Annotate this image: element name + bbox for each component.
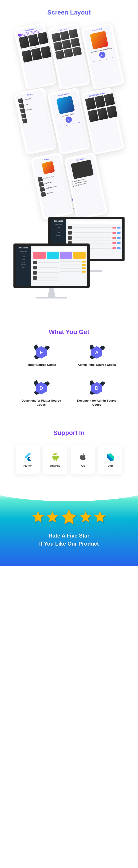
support-section: Support In Flutter Android iOS Dart xyxy=(0,421,138,488)
support-android: Android xyxy=(43,445,67,474)
support-dart: Dart xyxy=(98,445,122,474)
rate-section: Rate A Five Star If You Like Our Product xyxy=(0,488,138,566)
rating-stars xyxy=(4,510,134,525)
rate-text-1: Rate A Five Star xyxy=(4,532,134,540)
wyg-card-admin: A Admin Panel Source Codes xyxy=(71,340,122,371)
screen-layout-section: Screen Layout Box Music All Latest Popul… xyxy=(0,0,138,186)
support-heading: Support In xyxy=(7,429,131,436)
support-ios: iOS xyxy=(71,445,95,474)
star-icon xyxy=(60,508,78,525)
apple-icon xyxy=(78,453,88,462)
dart-icon xyxy=(106,453,115,462)
support-flutter: Flutter xyxy=(16,445,40,474)
what-you-get-section: What You Get F Flutter Source Codes A Ad… xyxy=(0,319,138,421)
phone-mockups: Box Music All Latest Popular Album Rush … xyxy=(7,21,131,177)
star-icon xyxy=(93,510,106,523)
wyg-heading: What You Get xyxy=(7,329,131,336)
wyg-card-doc-admin: D Document for Admin Source Codes xyxy=(71,376,122,411)
monitor-2: BOX MUSIC Dashboard Artist Album Songs C… xyxy=(13,244,90,299)
rate-text-2: If You Like Our Product xyxy=(4,540,134,548)
wyg-card-doc-flutter: D Document for Flutter Source Codes xyxy=(16,376,67,411)
play-icon: ▶ xyxy=(65,116,72,123)
wyg-card-flutter: F Flutter Source Codes xyxy=(16,340,67,371)
screen-layout-heading: Screen Layout xyxy=(7,9,131,16)
play-icon: ▶ xyxy=(99,51,106,59)
flutter-icon xyxy=(23,453,32,462)
star-icon xyxy=(79,510,92,523)
star-icon xyxy=(46,510,59,523)
android-icon xyxy=(51,453,60,462)
star-icon xyxy=(32,510,45,523)
